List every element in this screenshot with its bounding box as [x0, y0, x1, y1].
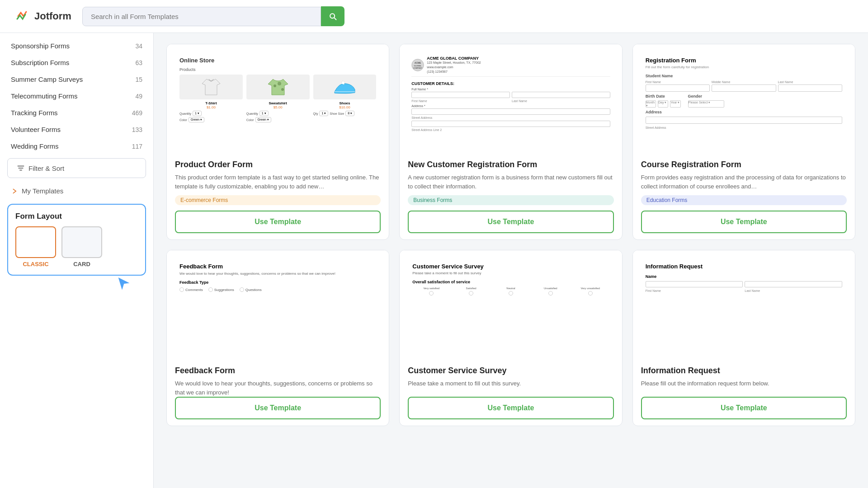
acme-company-name: ACME GLOBAL COMPANY — [427, 56, 481, 61]
svg-marker-4 — [118, 277, 131, 291]
cursor-arrow-icon — [115, 274, 133, 292]
main-layout: Sponsorship Forms 34 Subscription Forms … — [0, 33, 868, 488]
product-shoes: Shoes $10.00 Qty 1 ▾ Shoe Size 8 ▾ — [313, 75, 377, 122]
card-name: Customer Service Survey — [408, 366, 613, 375]
sidebar-item-label: Telecommuting Forms — [11, 92, 78, 100]
card-desc: Please take a moment to fill out this su… — [408, 379, 613, 397]
sidebar-item-label: Subscription Forms — [11, 59, 69, 66]
sidebar-item-label: Tracking Forms — [11, 109, 58, 117]
card-preview-product-order: Online Store Products — [167, 44, 389, 153]
form-layout-title: Form Layout — [15, 212, 138, 221]
search-button[interactable] — [321, 6, 344, 26]
sidebar-item-label: Sponsorship Forms — [11, 42, 70, 50]
sidebar-item-count: 15 — [135, 76, 142, 83]
card-desc: A new customer registration form is a bu… — [408, 173, 613, 191]
search-input[interactable] — [82, 7, 321, 26]
classic-layout-icon — [15, 226, 56, 258]
sidebar-item-tracking[interactable]: Tracking Forms 469 — [0, 104, 153, 121]
use-template-button-info-request[interactable]: Use Template — [641, 397, 847, 419]
sidebar-item-volunteer[interactable]: Volunteer Forms 133 — [0, 121, 153, 138]
card-body-course-reg: Course Registration Form Form provides e… — [633, 153, 855, 239]
template-card-customer-survey: Customer Service Survey Please take a mo… — [399, 250, 622, 426]
sidebar-item-count: 34 — [135, 42, 142, 50]
chevron-right-icon — [11, 188, 18, 195]
card-preview-feedback: Feedback Form We would love to hear your… — [167, 250, 389, 359]
sidebar-item-count: 117 — [132, 143, 142, 150]
use-template-button-course-reg[interactable]: Use Template — [641, 211, 847, 233]
svg-text:ACME: ACME — [415, 61, 421, 64]
acme-address: 123 Maple Street, Houston, TX, 77002www.… — [427, 61, 481, 74]
card-tag: E-commerce Forms — [175, 195, 381, 205]
filter-sort-label: Filter & Sort — [28, 164, 64, 172]
layout-options: CLASSIC CARD — [15, 226, 138, 267]
use-template-button-customer-survey[interactable]: Use Template — [408, 397, 613, 419]
logo: Jotform — [14, 8, 71, 24]
svg-point-7 — [281, 88, 284, 91]
card-preview-course-reg: Registration Form Fill out the form care… — [633, 44, 855, 153]
svg-point-6 — [278, 82, 281, 85]
card-tag: Education Forms — [641, 195, 847, 205]
search-bar — [82, 6, 344, 26]
svg-point-5 — [274, 84, 276, 87]
card-desc: Please fill out the information request … — [641, 379, 847, 397]
card-desc: We would love to hear your thoughts, sug… — [175, 379, 381, 397]
filter-sort-button[interactable]: Filter & Sort — [7, 158, 146, 178]
use-template-button-feedback[interactable]: Use Template — [175, 397, 381, 419]
sidebar-item-label: Volunteer Forms — [11, 126, 61, 133]
sidebar-item-label: Summer Camp Surveys — [11, 75, 83, 83]
acme-logo: ACME GLOBAL COMPANY — [411, 59, 424, 71]
card-body-info-request: Information Request Please fill out the … — [633, 359, 855, 426]
sidebar-item-label: Wedding Forms — [11, 142, 59, 150]
card-tag: Business Forms — [408, 195, 613, 205]
card-body-feedback: Feedback Form We would love to hear your… — [167, 359, 389, 426]
product-sweatshirt: Sweatshirt $5.00 Quantity 1 ▾ Color Gree… — [246, 75, 310, 122]
sidebar-item-count: 63 — [135, 59, 142, 66]
sidebar-item-subscription[interactable]: Subscription Forms 63 — [0, 54, 153, 71]
jotform-logo-icon — [14, 8, 31, 24]
card-body-customer-reg: New Customer Registration Form A new cus… — [400, 153, 622, 239]
layout-option-classic[interactable]: CLASSIC — [15, 226, 56, 267]
product-tshirt: T-Shirt $1.00 Quantity 1 ▾ Color Green ▾ — [179, 75, 243, 122]
filter-icon — [17, 164, 25, 172]
form-layout-box: Form Layout CLASSIC — [7, 204, 146, 276]
search-icon — [328, 12, 337, 21]
my-templates-label: My Templates — [22, 187, 63, 195]
logo-text: Jotform — [34, 10, 71, 22]
svg-text:COMPANY: COMPANY — [413, 67, 422, 69]
card-desc: Form provides easy registration and the … — [641, 173, 847, 191]
sidebar-item-count: 133 — [132, 126, 142, 133]
sidebar-item-sponsorship[interactable]: Sponsorship Forms 34 — [0, 38, 153, 54]
acme-header: ACME GLOBAL COMPANY ACME GLOBAL COMPANY … — [411, 56, 610, 77]
card-preview-customer-reg: ACME GLOBAL COMPANY ACME GLOBAL COMPANY … — [400, 44, 622, 153]
template-card-course-reg: Registration Form Fill out the form care… — [632, 44, 855, 240]
card-label: CARD — [73, 261, 90, 267]
use-template-button-customer-reg[interactable]: Use Template — [408, 211, 613, 233]
preview-title-store: Online Store — [179, 57, 376, 64]
sidebar-item-summer-camp[interactable]: Summer Camp Surveys 15 — [0, 71, 153, 88]
card-body-customer-survey: Customer Service Survey Please take a mo… — [400, 359, 622, 426]
sidebar-item-telecommuting[interactable]: Telecommuting Forms 49 — [0, 88, 153, 104]
card-preview-info-request: Information Request Name First Name Last… — [633, 250, 855, 359]
template-card-feedback: Feedback Form We would love to hear your… — [166, 250, 389, 426]
card-name: Feedback Form — [175, 366, 381, 375]
header: Jotform — [0, 0, 868, 33]
template-card-product-order: Online Store Products — [166, 44, 389, 240]
cards-grid: Online Store Products — [166, 44, 855, 426]
card-desc: This product order form template is a fa… — [175, 173, 381, 191]
card-body-product-order: Product Order Form This product order fo… — [167, 153, 389, 239]
sidebar-item-wedding[interactable]: Wedding Forms 117 — [0, 138, 153, 155]
card-name: Course Registration Form — [641, 160, 847, 169]
card-name: Information Request — [641, 366, 847, 375]
content-area: Online Store Products — [154, 33, 868, 488]
sidebar: Sponsorship Forms 34 Subscription Forms … — [0, 33, 154, 488]
reg-title: Registration Form — [646, 57, 842, 64]
reg-subtitle: Fill out the form carefully for registra… — [646, 65, 842, 69]
svg-rect-0 — [14, 8, 31, 24]
template-card-customer-reg: ACME GLOBAL COMPANY ACME GLOBAL COMPANY … — [399, 44, 622, 240]
layout-option-card[interactable]: CARD — [61, 226, 102, 267]
use-template-button-product-order[interactable]: Use Template — [175, 211, 381, 233]
sidebar-item-count: 49 — [135, 93, 142, 100]
my-templates-button[interactable]: My Templates — [0, 182, 153, 200]
sidebar-item-count: 469 — [132, 109, 142, 117]
card-layout-icon — [61, 226, 102, 258]
